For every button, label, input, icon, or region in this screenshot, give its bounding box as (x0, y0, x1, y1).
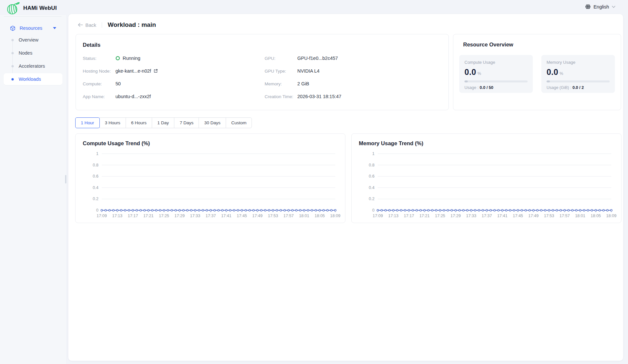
back-label: Back (85, 22, 96, 28)
field-label: GPU: (265, 56, 297, 61)
svg-text:17:49: 17:49 (528, 214, 538, 218)
sidebar-resources-label: Resources (20, 26, 42, 31)
svg-text:0: 0 (372, 208, 375, 213)
field-label: App Name: (83, 94, 115, 99)
compute-usage-box: Compute Usage 0.0 % Usage : 0.0 / 50 (459, 55, 533, 93)
svg-text:1: 1 (372, 151, 375, 156)
sidebar-item-accelerators[interactable]: Accelerators (0, 60, 66, 73)
field-gpu: GPU: GPU-f1e0...b2c457 (265, 54, 442, 62)
main-panel: Back Workload : main Details Status: Run… (68, 14, 623, 361)
status-running-icon (115, 56, 120, 61)
sidebar-divider (4, 16, 61, 17)
svg-text:17:21: 17:21 (419, 214, 429, 218)
details-grid: Status: Running Hosting Node: gke-kant..… (83, 54, 442, 105)
field-label: Hosting Node: (83, 69, 115, 74)
svg-text:17:13: 17:13 (112, 214, 122, 218)
sidebar-nodes-label: Nodes (19, 50, 32, 56)
language-selector[interactable]: English (585, 4, 616, 9)
svg-text:1: 1 (96, 151, 98, 156)
time-range-6-hours[interactable]: 6 Hours (126, 117, 152, 128)
memory-trend-chart: 00.20.40.60.8117:0917:1317:1717:2117:251… (352, 150, 621, 222)
time-range-7-days[interactable]: 7 Days (174, 117, 199, 128)
svg-text:18:09: 18:09 (330, 214, 340, 218)
svg-text:0.6: 0.6 (369, 174, 375, 179)
compute-usage-label: Compute Usage (464, 60, 528, 65)
svg-text:0.8: 0.8 (93, 163, 98, 167)
page-header: Back Workload : main (78, 19, 156, 30)
sidebar-item-nodes[interactable]: Nodes (0, 46, 66, 60)
status-text: Running (123, 56, 140, 61)
time-range-30-days[interactable]: 30 Days (199, 117, 226, 128)
svg-text:0.2: 0.2 (369, 197, 375, 201)
field-app-name: App Name: ubuntu-d...-zxx2f (83, 93, 265, 100)
gpu-type-value: NVIDIA L4 (297, 68, 320, 74)
details-title: Details (83, 42, 442, 48)
svg-text:17:45: 17:45 (237, 214, 247, 218)
svg-text:17:29: 17:29 (174, 214, 184, 218)
hosting-node-link[interactable]: gke-kant...e-n02f (115, 68, 158, 74)
sidebar-item-overview[interactable]: Overview (0, 33, 66, 46)
chevron-down-icon (612, 6, 616, 8)
back-button[interactable]: Back (78, 22, 96, 28)
sidebar-resize-handle[interactable] (65, 175, 66, 183)
svg-text:18:05: 18:05 (315, 214, 325, 218)
sidebar-overview-label: Overview (19, 37, 38, 43)
svg-text:17:41: 17:41 (221, 214, 231, 218)
field-label: Memory: (265, 81, 297, 86)
time-range-1-day[interactable]: 1 Day (152, 117, 174, 128)
svg-text:17:37: 17:37 (482, 214, 492, 218)
compute-trend-card: Compute Usage Trend (%) 00.20.40.60.8117… (75, 133, 345, 223)
memory-usage-label: Memory Usage (547, 60, 610, 65)
time-range-3-hours[interactable]: 3 Hours (99, 117, 126, 128)
brand: HAMi WebUI (6, 2, 57, 15)
svg-text:0.6: 0.6 (93, 174, 98, 179)
menu-dot-icon (11, 52, 14, 54)
memory-usage-unit: % (560, 71, 563, 76)
time-range-custom[interactable]: Custom (226, 117, 252, 128)
field-memory: Memory: 2 GiB (265, 80, 442, 88)
svg-text:18:09: 18:09 (606, 214, 616, 218)
app-title: HAMi WebUI (23, 5, 57, 11)
top-bar: HAMi WebUI English (0, 0, 628, 15)
svg-text:17:53: 17:53 (268, 214, 278, 218)
sidebar-workloads-label: Workloads (19, 77, 41, 82)
field-creation-time: Creation Time: 2026-03-31 18:15:47 (265, 93, 442, 100)
svg-text:17:49: 17:49 (252, 214, 262, 218)
header-separator (102, 22, 102, 28)
memory-usage-progressbar (547, 80, 610, 82)
time-range-1-hour[interactable]: 1 Hour (75, 117, 100, 128)
svg-text:17:41: 17:41 (497, 214, 507, 218)
svg-text:0.2: 0.2 (93, 197, 98, 201)
svg-text:17:37: 17:37 (206, 214, 216, 218)
svg-text:17:17: 17:17 (128, 214, 138, 218)
svg-text:17:45: 17:45 (513, 214, 523, 218)
svg-text:17:25: 17:25 (435, 214, 445, 218)
sidebar-item-workloads[interactable]: Workloads (4, 73, 62, 85)
caret-down-icon (53, 27, 56, 29)
cube-icon (10, 25, 16, 31)
details-right-column: GPU: GPU-f1e0...b2c457 GPU Type: NVIDIA … (265, 54, 442, 105)
field-label: Creation Time: (265, 94, 297, 99)
compute-trend-chart: 00.20.40.60.8117:0917:1317:1717:2117:251… (76, 150, 345, 222)
svg-text:17:33: 17:33 (190, 214, 200, 218)
svg-text:17:57: 17:57 (560, 214, 570, 218)
sidebar-item-resources[interactable]: Resources (0, 22, 66, 34)
menu-dot-icon (11, 65, 14, 67)
sidebar-accelerators-label: Accelerators (19, 63, 45, 69)
svg-text:18:01: 18:01 (575, 214, 585, 218)
svg-text:17:25: 17:25 (159, 214, 169, 218)
svg-text:0: 0 (96, 208, 98, 213)
globe-icon (585, 4, 591, 9)
field-status: Status: Running (83, 54, 265, 62)
svg-text:17:21: 17:21 (143, 214, 153, 218)
field-gpu-type: GPU Type: NVIDIA L4 (265, 67, 442, 75)
gpu-value: GPU-f1e0...b2c457 (297, 56, 338, 61)
status-value: Running (115, 56, 140, 61)
external-link-icon (153, 69, 158, 73)
resource-overview-boxes: Compute Usage 0.0 % Usage : 0.0 / 50 Mem… (459, 55, 615, 93)
svg-text:0.4: 0.4 (93, 185, 98, 190)
compute-trend-title: Compute Usage Trend (%) (83, 140, 345, 147)
svg-text:17:09: 17:09 (96, 214, 107, 218)
svg-text:17:17: 17:17 (404, 214, 414, 218)
time-range-group: 1 Hour 3 Hours 6 Hours 1 Day 7 Days 30 D… (75, 117, 252, 128)
